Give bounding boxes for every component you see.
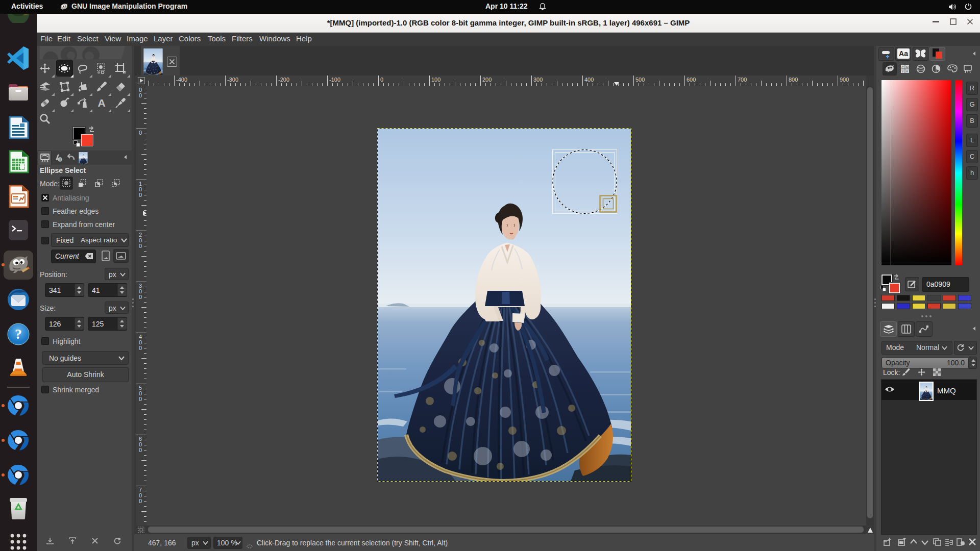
svg-text:0: 0 (139, 498, 142, 504)
svg-text:-200: -200 (278, 77, 289, 83)
svg-text:Y: Y (901, 70, 903, 73)
svg-text:500: 500 (635, 77, 645, 83)
svg-text:0: 0 (139, 192, 142, 198)
svg-text:800: 800 (789, 77, 798, 83)
svg-text:400: 400 (584, 77, 594, 83)
svg-text:0: 0 (139, 92, 142, 98)
svg-text:A: A (97, 97, 105, 109)
svg-text:K: K (906, 70, 908, 73)
svg-text:-400: -400 (176, 77, 187, 83)
svg-text:0: 0 (139, 447, 142, 453)
svg-text:0: 0 (380, 77, 383, 83)
svg-text:0: 0 (139, 130, 142, 136)
svg-text:C: C (901, 66, 904, 69)
svg-text:100: 100 (431, 77, 440, 83)
svg-text:300: 300 (533, 77, 543, 83)
svg-text:700: 700 (738, 77, 747, 83)
svg-text:0: 0 (139, 243, 142, 249)
svg-text:600: 600 (687, 77, 696, 83)
svg-text:-300: -300 (227, 77, 238, 83)
svg-text:M: M (906, 66, 909, 69)
svg-text:?: ? (15, 326, 22, 342)
svg-text:0: 0 (139, 396, 142, 402)
svg-text:0: 0 (139, 345, 142, 351)
svg-text:900: 900 (840, 77, 849, 83)
svg-text:-100: -100 (329, 77, 340, 83)
svg-text:0: 0 (139, 294, 142, 300)
svg-text:200: 200 (482, 77, 492, 83)
